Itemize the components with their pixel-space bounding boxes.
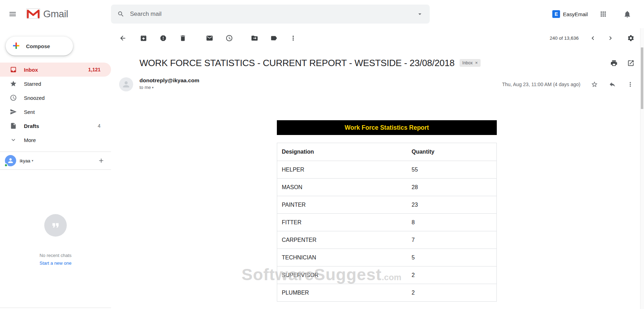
mark-unread-icon: [206, 34, 213, 42]
cell-quantity: 2: [412, 266, 497, 284]
chevron-down-icon: ▾: [32, 159, 33, 162]
apps-grid-icon: [599, 10, 607, 18]
gmail-logo[interactable]: Gmail: [26, 8, 68, 20]
sender-address: donotreply@ikyaa.com: [139, 77, 199, 83]
account-badge-label: EasyEmail: [563, 11, 588, 17]
search-icon[interactable]: [117, 11, 124, 18]
cell-designation: SUPERVISOR: [277, 266, 412, 284]
chat-user-name[interactable]: ikyaa ▾: [20, 158, 33, 163]
scrollbar-thumb[interactable]: [641, 47, 643, 109]
search-options-caret[interactable]: [416, 11, 423, 18]
table-row: HELPER 55: [277, 161, 497, 179]
open-in-new-button[interactable]: [626, 59, 635, 67]
sidebar-item-snoozed[interactable]: Snoozed: [0, 91, 111, 105]
toolbar-right: 240 of 13,636: [549, 30, 638, 46]
close-icon[interactable]: ×: [475, 61, 478, 65]
new-chat-button[interactable]: [98, 157, 105, 164]
cell-designation: PAINTER: [277, 196, 412, 214]
report-spam-button[interactable]: [155, 30, 171, 46]
message-actions: Thu, Aug 23, 11:00 AM (4 days ago): [502, 77, 637, 91]
sidebar: Compose Inbox 1,121 Starred: [0, 28, 111, 309]
delete-icon: [179, 34, 187, 42]
message-toolbar: 240 of 13,636: [111, 28, 644, 48]
sidebar-item-sent[interactable]: Sent: [0, 105, 111, 119]
table-row: PAINTER 23: [277, 196, 497, 214]
send-icon: [10, 108, 17, 115]
cell-quantity: 5: [412, 249, 497, 266]
move-to-button[interactable]: [247, 30, 262, 46]
hangouts-section: No recent chats Start a new one: [0, 214, 111, 266]
labels-button[interactable]: [266, 30, 281, 46]
avatar[interactable]: [5, 155, 16, 166]
unread-count: 1,121: [88, 67, 100, 72]
topbar-left: Gmail: [0, 6, 111, 22]
recipient-toggle[interactable]: to me ▾: [139, 85, 199, 90]
chip-label: Inbox: [462, 60, 473, 65]
cell-designation: CARPENTER: [277, 231, 412, 249]
sidebar-item-label: Snoozed: [24, 95, 45, 101]
add-icon: [98, 157, 105, 164]
app-name: Gmail: [43, 8, 68, 20]
email-body: Work Force Statistics Report Designation…: [277, 120, 497, 302]
message-more-button[interactable]: [623, 77, 637, 91]
start-new-chat-link[interactable]: Start a new one: [0, 260, 111, 266]
compose-label: Compose: [26, 43, 50, 49]
search-bar[interactable]: [111, 5, 430, 24]
chevron-down-icon: ▾: [152, 86, 154, 89]
compose-button[interactable]: Compose: [6, 37, 73, 56]
star-icon: [10, 80, 17, 87]
sender-avatar[interactable]: [119, 77, 133, 91]
cell-quantity: 23: [412, 196, 497, 214]
move-to-icon: [251, 34, 258, 42]
sidebar-item-starred[interactable]: Starred: [0, 77, 111, 91]
gear-icon: [627, 34, 635, 42]
account-badge[interactable]: E EasyEmail: [552, 10, 588, 18]
older-button[interactable]: [603, 30, 618, 46]
sidebar-item-drafts[interactable]: Drafts 4: [0, 119, 111, 133]
settings-button[interactable]: [623, 30, 638, 46]
user-name-text: ikyaa: [20, 158, 30, 163]
search-input[interactable]: [130, 11, 411, 18]
sidebar-item-label: Drafts: [24, 123, 39, 129]
sidebar-item-more[interactable]: More: [0, 133, 111, 147]
back-button[interactable]: [115, 30, 130, 46]
notifications-button[interactable]: [619, 6, 636, 22]
sidebar-item-label: More: [24, 137, 36, 143]
archive-button[interactable]: [136, 30, 151, 46]
open-in-new-icon: [627, 59, 635, 67]
mark-unread-button[interactable]: [202, 30, 217, 46]
delete-button[interactable]: [175, 30, 190, 46]
pagination-status: 240 of 13,636: [549, 36, 579, 41]
sender-row: donotreply@ikyaa.com to me ▾ Thu, Aug 23…: [119, 77, 637, 91]
scrollbar-track[interactable]: [640, 28, 644, 309]
cell-quantity: 2: [412, 284, 497, 302]
menu-icon: [8, 10, 17, 18]
sidebar-nav: Inbox 1,121 Starred Snoozed: [0, 63, 111, 147]
report-table: Designation Quantity HELPER 55 MASON 28 …: [277, 143, 497, 302]
inbox-icon: [10, 66, 17, 73]
reply-button[interactable]: [605, 77, 619, 91]
account-badge-icon: E: [552, 10, 560, 18]
more-options-button[interactable]: [285, 30, 301, 46]
sidebar-item-label: Inbox: [24, 67, 38, 73]
snooze-button[interactable]: [221, 30, 237, 46]
table-row: MASON 28: [277, 179, 497, 196]
compose-plus-icon: [12, 41, 20, 51]
sidebar-item-inbox[interactable]: Inbox 1,121: [0, 63, 111, 77]
gmail-app: Gmail E EasyEmail: [0, 0, 644, 309]
table-row: SUPERVISOR 2: [277, 266, 497, 284]
inbox-label-chip[interactable]: Inbox ×: [460, 59, 481, 67]
star-message-button[interactable]: [587, 77, 601, 91]
table-header-row: Designation Quantity: [277, 143, 497, 161]
newer-button[interactable]: [585, 30, 600, 46]
archive-icon: [140, 34, 147, 42]
cell-quantity: 55: [412, 161, 497, 179]
clock-icon: [10, 94, 17, 101]
table-row: FITTER 8: [277, 214, 497, 231]
apps-grid-button[interactable]: [595, 6, 612, 22]
report-banner: Work Force Statistics Report: [277, 120, 497, 135]
main-menu-button[interactable]: [4, 6, 21, 22]
topbar-right: E EasyEmail: [552, 6, 644, 22]
column-header-quantity: Quantity: [412, 143, 497, 161]
print-button[interactable]: [610, 59, 618, 67]
